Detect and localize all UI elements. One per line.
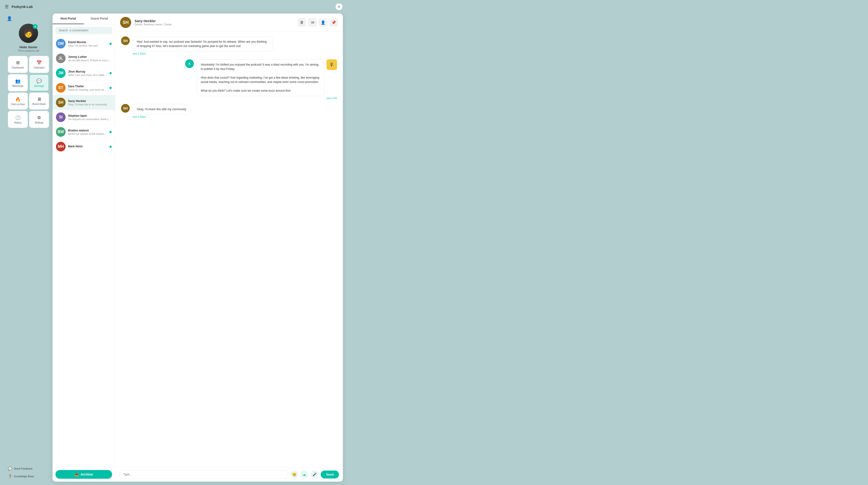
list-item[interactable]: JL Jimmy Luther we can talk about it, I'… [53,51,115,66]
chat-area: SH Sany Heckler Doctor, Business owner. … [115,13,343,482]
send-button[interactable]: Send [321,471,339,479]
conv-name: Sara Thefer [68,85,107,88]
contact-button[interactable]: 👤 [319,18,328,27]
close-button[interactable]: ✕ [336,3,342,10]
conversation-list: DM David Morete Okay, I've booked. See y… [53,36,115,467]
knowledge-base-label: Knowledge Base [14,475,34,478]
message-avatar: SH [121,36,130,45]
top-bar: ☰ Podsynk-Lab ✕ [0,0,347,13]
nav-label-calendars: Calendars [33,66,44,69]
nav-item-find-co-host[interactable]: 🔥 Find co-Host [8,93,28,110]
conv-name: Mark Heini [68,145,107,148]
tab-guest-portal[interactable]: Guest Portal [84,13,115,24]
conversation-panel: Host Portal Guest Portal DM David Morete… [53,13,115,482]
conv-info: Stephan Iaper I've enjoyed our conversat… [68,114,112,121]
nav-label-history: History [14,121,22,124]
message-avatar: X [185,59,194,68]
message-row: SH Hey! Just wanted to say, our podcast … [121,36,337,55]
avatar: MH [56,142,66,151]
list-item[interactable]: DM David Morete Okay, I've booked. See y… [53,36,115,51]
dashboard-icon: ⊞ [16,60,20,65]
send-feedback-link[interactable]: 💬 Send Feedback › [8,466,49,472]
app-title: Podsynk-Lab [11,5,33,9]
knowledge-base-arrow: › [48,475,49,478]
message-row: SH Okay, I'll share this with my communi… [121,104,337,118]
chat-header-info: Sany Heckler Doctor, Business owner. Can… [134,19,294,26]
message-avatar: SH [121,104,130,113]
user-icon: 👤 [7,16,12,21]
find-co-host-icon: 🔥 [15,97,21,102]
message-bubble: Okay, I'll share this with my community [133,104,190,115]
menu-icon[interactable]: ☰ [5,4,9,9]
conv-name: Bradon watson [68,129,107,132]
message-content: Hey! Just wanted to say, our podcast was… [133,36,273,55]
conv-name: Jhon Murray [68,70,107,73]
pin-button[interactable]: 📌 [329,18,338,27]
list-item[interactable]: SH Sany Heckler Okay, I'll share this to… [53,95,115,110]
conv-name: Jimmy Luther [68,55,112,59]
unread-dot [110,43,112,45]
nav-item-brand-deals[interactable]: 🖥 Brand Deals [29,93,49,110]
chat-header: SH Sany Heckler Doctor, Business owner. … [115,13,343,32]
emoji-button[interactable]: 😊 [290,471,298,478]
conv-name: Sany Heckler [68,99,112,103]
knowledge-base-icon: ❓ [8,475,12,478]
conv-preview: Okay, I'll share this to my community [68,103,112,106]
chat-contact-sub: Doctor, Business owner. Canda [134,23,294,26]
avatar: JL [56,54,66,63]
hello-subtitle: This is podsynk Lab [18,50,39,52]
portal-tabs: Host Portal Guest Portal [53,13,115,24]
mic-button[interactable]: 🎤 [311,471,318,478]
avatar-wrap: 🧑 4 [19,24,38,43]
knowledge-base-link[interactable]: ❓ Knowledge Base › [8,474,49,479]
nav-item-calendars[interactable]: 📅 Calendars [29,56,49,73]
conv-preview: Thank for reaching, sure send me you cal… [68,89,107,91]
nav-label-find-co-host: Find co-Host [11,103,25,105]
tab-host-portal[interactable]: Host Portal [53,13,84,24]
right-msg-wrap: Absolutely! I'm thrilled you enjoyed the… [197,59,337,96]
chat-messages: SH Hey! Just wanted to say, our podcast … [115,32,343,467]
avatar: SH [56,98,66,107]
avatar: DM [56,39,66,49]
message-time: sent 2:42pm [133,116,190,118]
conv-name: Stephan Iaper [68,114,112,117]
email-button[interactable]: ✉ [308,18,317,27]
list-item[interactable]: JM Jhon Murray Hello! Love your show, le… [53,66,115,81]
message-time: seen 2:40 [327,97,337,100]
message-row: Absolutely! I'm thrilled you enjoyed the… [121,59,337,100]
delete-button[interactable]: 🗑 [298,18,306,27]
list-item[interactable]: BW Bradon watson WOW! our episode id 50k… [53,125,115,140]
main-layout: 👤 🧑 4 Hello Xavier This is podsynk Lab ⊞… [0,13,347,485]
nav-item-massage[interactable]: 💬 Massage [29,74,49,91]
message-input[interactable] [119,470,288,479]
nav-grid: ⊞ Dashboard 📅 Calendars 👥 Matchings 💬 Ma… [8,56,49,128]
hello-label: Hello Xavier [20,46,37,49]
search-input[interactable] [56,27,112,34]
calendars-icon: 📅 [36,60,42,65]
conv-name: David Morete [68,40,107,44]
nav-item-history[interactable]: 🕐 History [8,111,28,128]
send-feedback-icon: 💬 [8,467,12,471]
conv-preview: we can talk about it, I'll book on your … [68,59,112,62]
archive-button[interactable]: 📥 Archive [56,470,112,479]
conv-info: David Morete Okay, I've booked. See yaa! [68,40,107,47]
send-feedback-label: Send Feedback [14,467,33,470]
conv-info: Sara Thefer Thank for reaching, sure sen… [68,85,107,91]
massage-icon: 💬 [36,79,42,84]
conv-preview: Hello! Love your show, let's collaborate… [68,74,107,77]
nav-item-matchings[interactable]: 👥 Matchings [8,74,28,91]
chat-contact-avatar: SH [120,17,131,28]
unread-dot [110,87,112,89]
unread-dot [110,72,112,74]
avatar: SI [56,112,66,122]
chat-input-area: 😊 ☁ 🎤 Send [115,467,343,482]
nav-item-settings[interactable]: ⚙ Settings [29,111,49,128]
nav-label-settings: Settings [35,121,43,124]
archive-icon: 📥 [74,473,79,476]
list-item[interactable]: ST Sara Thefer Thank for reaching, sure … [53,81,115,95]
list-item[interactable]: MH Mark Heini [53,140,115,154]
list-item[interactable]: SI Stephan Iaper I've enjoyed our conver… [53,110,115,125]
upload-button[interactable]: ☁ [301,471,308,478]
nav-item-dashboard[interactable]: ⊞ Dashboard [8,56,28,73]
avatar: ST [56,83,66,93]
